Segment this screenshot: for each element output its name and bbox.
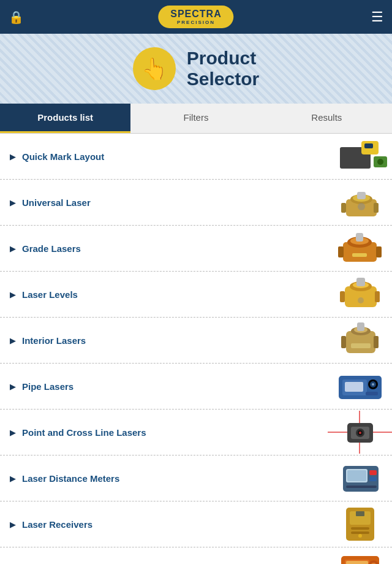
product-name: Pipe Lasers	[22, 381, 328, 392]
svg-rect-15	[356, 233, 363, 242]
hero-title: ProductSelector	[187, 48, 259, 90]
svg-rect-17	[376, 246, 382, 257]
list-item[interactable]: ▶ Laser Receivers	[0, 501, 392, 547]
list-item[interactable]: ▶ Laser Levels	[0, 272, 392, 318]
product-name: Universal Laser	[22, 197, 328, 208]
product-image	[328, 411, 392, 454]
product-name: Quick Mark Layout	[22, 151, 328, 162]
svg-rect-18	[352, 253, 367, 257]
expand-arrow-icon: ▶	[10, 198, 16, 207]
svg-rect-31	[374, 336, 379, 348]
product-name: Laser Receivers	[22, 519, 328, 530]
logo-text: SPECTRA	[170, 9, 221, 20]
hand-pointer-icon: 👆	[141, 56, 167, 81]
expand-arrow-icon: ▶	[10, 152, 16, 161]
expand-arrow-icon: ▶	[10, 428, 16, 437]
tab-filters[interactable]: Filters	[130, 104, 261, 133]
expand-arrow-icon: ▶	[10, 336, 16, 345]
expand-arrow-icon: ▶	[10, 244, 16, 253]
svg-rect-30	[341, 336, 346, 348]
svg-point-57	[358, 534, 362, 538]
product-image	[328, 549, 392, 564]
svg-point-4	[377, 159, 383, 165]
svg-rect-56	[351, 532, 369, 534]
list-item[interactable]: ▶ Pipe Lasers	[0, 364, 392, 410]
product-selector-icon: 👆	[133, 47, 176, 90]
svg-rect-32	[351, 343, 371, 348]
product-name: Laser Levels	[22, 289, 328, 300]
expand-arrow-icon: ▶	[10, 290, 16, 299]
svg-rect-35	[345, 382, 363, 392]
svg-rect-51	[369, 477, 377, 481]
expand-arrow-icon: ▶	[10, 474, 16, 483]
expand-arrow-icon: ▶	[10, 520, 16, 529]
brand-logo: SPECTRA PRECISION	[158, 6, 233, 28]
product-image	[328, 227, 392, 270]
product-name: Grade Lasers	[22, 243, 328, 254]
product-image	[328, 457, 392, 500]
tab-results[interactable]: Results	[262, 104, 392, 133]
svg-point-11	[358, 203, 365, 210]
hero-section: 👆 ProductSelector	[0, 34, 392, 104]
product-name: Interior Lasers	[22, 335, 328, 346]
svg-rect-39	[366, 392, 378, 395]
svg-rect-52	[346, 486, 377, 488]
product-image	[328, 181, 392, 224]
svg-rect-49	[347, 470, 366, 481]
svg-point-46	[359, 432, 361, 434]
svg-rect-23	[340, 291, 345, 302]
logo-subtext: PRECISION	[177, 20, 215, 25]
svg-rect-61	[346, 561, 368, 564]
expand-arrow-icon: ▶	[10, 382, 16, 391]
tab-bar: Products list Filters Results	[0, 104, 392, 134]
svg-rect-58	[356, 511, 364, 516]
svg-rect-50	[369, 470, 377, 475]
svg-rect-22	[356, 278, 365, 286]
product-image	[328, 319, 392, 362]
svg-rect-8	[357, 192, 366, 199]
svg-rect-16	[338, 246, 344, 257]
app-header: 🔒 SPECTRA PRECISION ☰	[0, 0, 392, 34]
product-name: Laser Distance Meters	[22, 473, 328, 484]
lock-icon: 🔒	[9, 10, 24, 25]
svg-rect-9	[341, 203, 346, 213]
list-item[interactable]: ▶ Grade Lasers	[0, 226, 392, 272]
svg-rect-2	[364, 143, 373, 148]
product-name: Point and Cross Line Lasers	[22, 427, 328, 438]
product-list: ▶ Quick Mark Layout ▶ Universal Laser	[0, 134, 392, 564]
svg-rect-10	[374, 203, 379, 213]
tab-products-list[interactable]: Products list	[0, 104, 130, 133]
svg-rect-55	[351, 527, 369, 530]
menu-icon[interactable]: ☰	[371, 9, 383, 25]
svg-point-25	[358, 297, 364, 303]
product-image	[328, 503, 392, 546]
svg-point-38	[372, 383, 374, 386]
list-item[interactable]: ▶ Interior Lasers	[0, 318, 392, 364]
list-item[interactable]: ▶ Laser Distance Meters	[0, 455, 392, 501]
svg-rect-29	[357, 322, 364, 331]
list-item[interactable]: ▶ Laser Machine Display Receivers	[0, 547, 392, 564]
product-image	[328, 365, 392, 408]
product-image	[328, 273, 392, 316]
list-item[interactable]: ▶ Point and Cross Line Lasers	[0, 410, 392, 455]
svg-rect-24	[375, 291, 380, 302]
list-item[interactable]: ▶ Universal Laser	[0, 180, 392, 226]
product-image	[328, 135, 392, 178]
list-item[interactable]: ▶ Quick Mark Layout	[0, 134, 392, 180]
